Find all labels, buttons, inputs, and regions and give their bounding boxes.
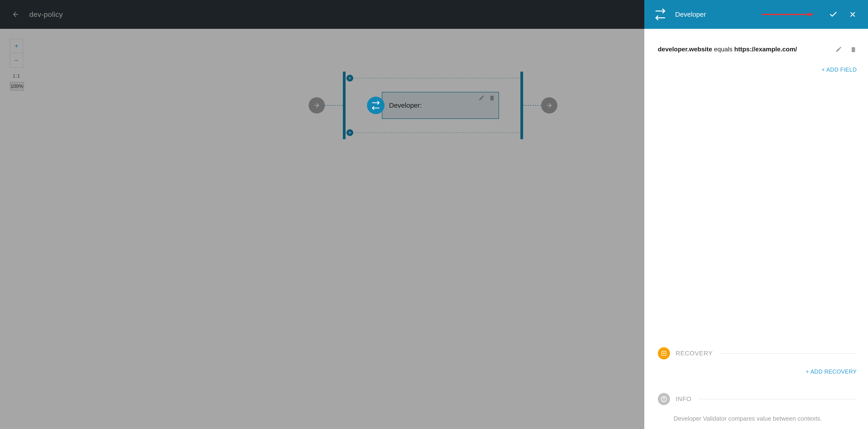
condition-row: developer.website equals https://example… xyxy=(658,46,857,53)
add-recovery-button[interactable]: + ADD RECOVERY xyxy=(806,368,857,375)
panel-header: Developer xyxy=(644,0,868,29)
section-divider xyxy=(719,353,857,354)
add-field-button[interactable]: + ADD FIELD xyxy=(822,66,857,73)
modal-overlay[interactable] xyxy=(0,0,644,429)
validator-node-disc[interactable] xyxy=(367,97,384,114)
arrow-right-long-icon xyxy=(762,12,813,16)
plus-square-icon xyxy=(661,350,667,357)
condition-op: equals xyxy=(714,46,733,53)
recovery-icon xyxy=(658,347,670,359)
trash-icon[interactable] xyxy=(850,46,857,53)
question-icon xyxy=(661,396,667,402)
highlight-arrow xyxy=(762,12,813,16)
developer-panel: Developer developer.website equals https… xyxy=(644,0,868,429)
spacer xyxy=(658,73,857,345)
recovery-label: RECOVERY xyxy=(676,350,713,357)
info-label: INFO xyxy=(676,395,692,403)
info-section-header: INFO xyxy=(658,393,857,405)
info-icon-wrap xyxy=(658,393,670,405)
panel-type-icon xyxy=(654,8,666,20)
confirm-button[interactable] xyxy=(827,8,840,21)
close-panel-button[interactable] xyxy=(846,8,859,21)
swap-horiz-icon xyxy=(371,101,380,110)
condition-value: https://example.com/ xyxy=(734,46,797,53)
section-divider xyxy=(699,399,857,399)
condition-tools xyxy=(835,46,857,53)
condition-attr: developer.website xyxy=(658,46,712,53)
check-icon xyxy=(829,10,838,19)
pencil-icon[interactable] xyxy=(835,46,842,53)
swap-horiz-icon xyxy=(654,8,666,20)
panel-title: Developer xyxy=(675,10,762,18)
svg-marker-12 xyxy=(809,12,813,16)
recovery-section-header: RECOVERY xyxy=(658,347,857,359)
close-icon xyxy=(849,10,857,18)
info-description: Developer Validator compares value betwe… xyxy=(658,415,857,422)
panel-body: developer.website equals https://example… xyxy=(644,29,868,429)
condition-text: developer.website equals https://example… xyxy=(658,46,829,53)
